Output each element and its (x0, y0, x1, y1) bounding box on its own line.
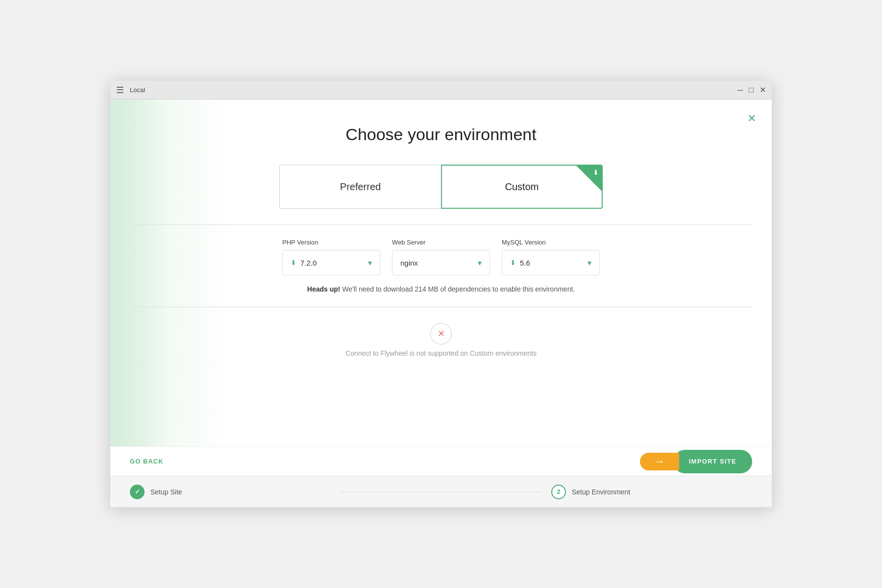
flywheel-section: ✕ Connect to Flywheel is not supported o… (130, 323, 752, 357)
step-connector (341, 491, 541, 492)
titlebar: ☰ Local ─ □ ✕ (110, 81, 772, 99)
custom-label: Custom (505, 181, 539, 193)
step-1-icon: ✓ (135, 488, 140, 495)
webserver-value: nginx (400, 259, 418, 267)
maximize-button[interactable]: □ (749, 86, 754, 94)
app-title: Local (130, 86, 145, 94)
arrow-indicator (640, 453, 679, 470)
main-content: ✕ Choose your environment Preferred Cust… (110, 99, 772, 446)
go-back-button[interactable]: GO BACK (130, 458, 164, 465)
preferred-label: Preferred (340, 181, 381, 193)
section-divider-1 (130, 224, 752, 225)
preferred-option[interactable]: Preferred (279, 165, 441, 209)
step-2-number: 2 (557, 488, 560, 495)
custom-badge: ⬇ (576, 166, 602, 191)
section-divider-2 (130, 307, 752, 307)
step-2: 2 Setup Environment (551, 485, 752, 499)
webserver-select[interactable]: nginx ▾ (392, 250, 490, 275)
php-chevron-icon: ▾ (368, 258, 372, 268)
mysql-label: MySQL Version (502, 239, 600, 246)
download-badge-icon: ⬇ (593, 169, 599, 176)
webserver-chevron-icon: ▾ (478, 258, 482, 268)
php-download-icon: ⬇ (291, 259, 296, 267)
step-2-label: Setup Environment (572, 488, 630, 496)
step-1-label: Setup Site (150, 488, 182, 496)
step-1: ✓ Setup Site (130, 485, 331, 499)
notice-text: We'll need to download 214 MB of depende… (342, 285, 575, 293)
steps-bar: ✓ Setup Site 2 Setup Environment (110, 476, 772, 507)
notice-bold: Heads up! (307, 285, 341, 293)
mysql-value: ⬇ 5.6 (510, 259, 530, 267)
custom-option[interactable]: Custom ⬇ (441, 165, 603, 209)
main-window: ☰ Local ─ □ ✕ ✕ Choose your environment … (110, 81, 772, 507)
php-config: PHP Version ⬇ 7.2.0 ▾ (282, 239, 380, 275)
menu-icon[interactable]: ☰ (116, 85, 124, 96)
mysql-config: MySQL Version ⬇ 5.6 ▾ (502, 239, 600, 275)
window-controls: ─ □ ✕ (737, 86, 766, 94)
mysql-chevron-icon: ▾ (588, 258, 591, 268)
window-close-button[interactable]: ✕ (760, 86, 766, 94)
mysql-select[interactable]: ⬇ 5.6 ▾ (502, 250, 600, 275)
footer: GO BACK IMPORT SITE (110, 446, 772, 476)
import-area: IMPORT SITE (640, 450, 752, 473)
import-site-button[interactable]: IMPORT SITE (673, 450, 752, 473)
page-title: Choose your environment (130, 125, 752, 144)
flywheel-icon: ✕ (430, 323, 452, 344)
flywheel-message: Connect to Flywheel is not supported on … (345, 349, 537, 357)
config-section: PHP Version ⬇ 7.2.0 ▾ Web Server nginx ▾ (130, 239, 752, 275)
webserver-config: Web Server nginx ▾ (392, 239, 490, 275)
dialog-close-button[interactable]: ✕ (747, 113, 756, 124)
mysql-download-icon: ⬇ (510, 259, 516, 267)
minimize-button[interactable]: ─ (737, 86, 743, 94)
dependency-notice: Heads up! We'll need to download 214 MB … (130, 285, 752, 293)
php-value: ⬇ 7.2.0 (291, 259, 317, 267)
php-label: PHP Version (282, 239, 380, 246)
step-1-circle: ✓ (130, 485, 145, 499)
environment-selector: Preferred Custom ⬇ (130, 165, 752, 209)
webserver-label: Web Server (392, 239, 490, 246)
step-2-circle: 2 (551, 485, 566, 499)
php-select[interactable]: ⬇ 7.2.0 ▾ (282, 250, 380, 275)
